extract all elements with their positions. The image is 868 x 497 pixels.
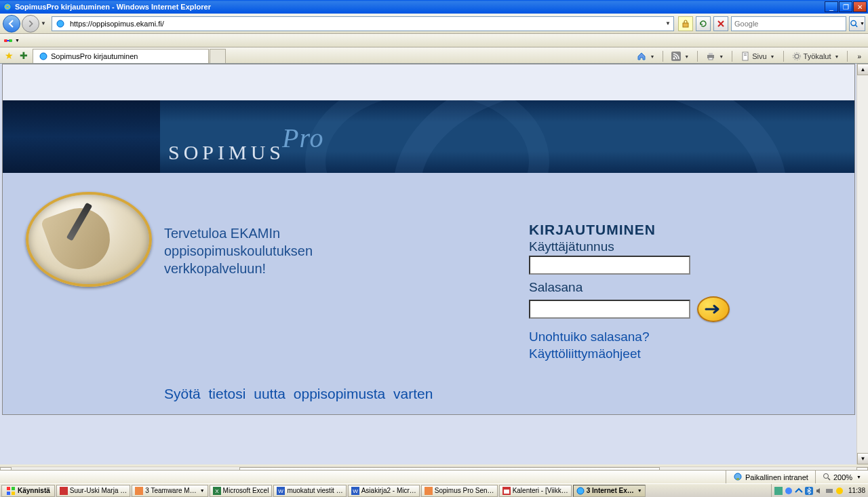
- taskbar-item[interactable]: Wmuokatut viestit …: [273, 485, 346, 497]
- address-input[interactable]: [68, 20, 663, 28]
- tray-icon[interactable]: [774, 487, 783, 495]
- svg-rect-37: [774, 487, 783, 495]
- address-dropdown[interactable]: ▼: [663, 20, 673, 26]
- favorites-star-icon[interactable]: ★: [3, 49, 15, 62]
- password-input[interactable]: [529, 300, 690, 319]
- svg-text:X: X: [215, 488, 219, 494]
- svg-point-20: [823, 473, 828, 478]
- search-input[interactable]: [732, 20, 846, 28]
- ssl-lock-icon[interactable]: [678, 16, 693, 31]
- taskbar-item-active[interactable]: 3 Internet Ex…▼: [573, 485, 646, 497]
- forgot-password-link[interactable]: Unohtuiko salasana?: [529, 329, 753, 346]
- print-icon: [706, 52, 715, 61]
- security-zone[interactable]: Paikallinen intranet: [726, 471, 815, 483]
- zoom-control[interactable]: 200% ▼: [815, 471, 868, 483]
- tools-menu[interactable]: Työkalut▼: [792, 52, 840, 61]
- svg-rect-23: [7, 492, 10, 495]
- scroll-down-button[interactable]: ▼: [857, 453, 868, 464]
- bluetooth-icon[interactable]: [805, 487, 813, 495]
- links-dropdown[interactable]: ▼: [15, 38, 20, 43]
- password-label: Salasana: [529, 280, 753, 295]
- site-banner: SOPIMUSPro: [2, 100, 855, 173]
- ie-icon: [576, 487, 585, 495]
- svg-text:W: W: [353, 488, 358, 494]
- app-icon: [135, 487, 143, 495]
- clock[interactable]: 11:38: [848, 487, 865, 494]
- gear-icon: [792, 52, 802, 61]
- address-bar[interactable]: ▼: [52, 16, 674, 31]
- nav-history-dropdown[interactable]: ▼: [41, 20, 46, 26]
- svg-rect-33: [425, 487, 433, 495]
- system-tray[interactable]: 11:38: [771, 484, 868, 497]
- tray-icon[interactable]: [795, 487, 803, 495]
- feeds-button[interactable]: ▼: [671, 52, 689, 61]
- new-contract-link[interactable]: Syötä tietosi uutta oppisopimusta varten: [164, 386, 433, 402]
- ie-icon: [3, 2, 12, 12]
- ui-help-link[interactable]: Käyttöliittymäohjeet: [529, 346, 753, 363]
- scroll-up-button[interactable]: ▲: [857, 64, 868, 75]
- zoom-icon: [823, 473, 831, 482]
- brand-logo: SOPIMUSPro: [168, 134, 324, 166]
- decorative-medallion: [26, 192, 152, 287]
- add-favorites-icon[interactable]: ✚: [18, 49, 30, 62]
- intranet-icon: [733, 472, 743, 483]
- tab-bar: ★ ✚ SopimusPro kirjautuminen ▼ ▼ ▼ Sivu▼…: [0, 47, 868, 64]
- login-panel: Tervetuloa EKAMIn oppisopimuskoulutuksen…: [2, 173, 855, 415]
- taskbar-item[interactable]: Kalenteri - [Viikk…: [499, 485, 572, 497]
- login-submit-button[interactable]: [697, 296, 730, 322]
- browser-viewport: SOPIMUSPro Tervetuloa EKAMIn oppisopimus…: [0, 64, 868, 464]
- svg-point-41: [836, 488, 843, 494]
- maximize-button[interactable]: ❐: [839, 1, 852, 12]
- vertical-scrollbar[interactable]: ▲ ▼: [856, 64, 868, 464]
- svg-rect-26: [135, 487, 143, 495]
- search-box[interactable]: [731, 16, 846, 31]
- svg-rect-24: [12, 492, 15, 495]
- tray-icon[interactable]: [785, 487, 793, 495]
- window-title: SopimusPro kirjautuminen - Windows Inter…: [15, 3, 825, 11]
- window-titlebar: SopimusPro kirjautuminen - Windows Inter…: [0, 0, 868, 14]
- app-icon: [425, 487, 433, 495]
- calendar-icon: [502, 487, 511, 495]
- page-menu[interactable]: Sivu▼: [741, 52, 774, 61]
- volume-icon[interactable]: [815, 487, 823, 495]
- taskbar-item[interactable]: 3 Teamware M…▼: [132, 485, 208, 497]
- svg-rect-40: [826, 489, 833, 493]
- tray-icon[interactable]: [835, 487, 844, 495]
- browser-tab[interactable]: SopimusPro kirjautuminen: [33, 49, 209, 63]
- home-button[interactable]: ▼: [637, 52, 654, 61]
- search-button[interactable]: ▼: [849, 16, 865, 31]
- svg-rect-13: [743, 52, 748, 60]
- svg-rect-21: [7, 487, 10, 490]
- tray-icon[interactable]: [825, 487, 833, 495]
- windows-taskbar: Käynnistä Suur-Uski Marja … 3 Teamware M…: [0, 483, 868, 497]
- svg-point-9: [673, 58, 675, 60]
- taskbar-item[interactable]: XMicrosoft Excel: [210, 485, 273, 497]
- svg-rect-19: [736, 478, 739, 480]
- svg-rect-22: [12, 487, 15, 490]
- page-icon: [741, 52, 750, 61]
- svg-rect-14: [744, 54, 747, 54]
- svg-point-38: [785, 488, 792, 494]
- word-icon: W: [277, 487, 285, 495]
- toolbar-overflow[interactable]: »: [857, 53, 861, 60]
- svg-rect-11: [709, 53, 713, 55]
- login-heading: KIRJAUTUMINEN: [529, 222, 753, 238]
- links-icon[interactable]: [3, 35, 14, 46]
- taskbar-item[interactable]: Sopimus Pro Sen…: [421, 485, 498, 497]
- status-bar: Paikallinen intranet 200% ▼: [0, 470, 868, 483]
- minimize-button[interactable]: _: [825, 1, 838, 12]
- username-input[interactable]: [529, 256, 690, 275]
- new-tab-button[interactable]: [210, 49, 226, 63]
- refresh-button[interactable]: [696, 16, 711, 31]
- print-button[interactable]: ▼: [706, 52, 724, 61]
- forward-button[interactable]: [22, 15, 39, 33]
- app-icon: [60, 487, 68, 495]
- svg-rect-15: [744, 55, 747, 56]
- back-button[interactable]: [3, 15, 20, 33]
- stop-button[interactable]: [713, 16, 728, 31]
- taskbar-item[interactable]: WAsiakirja2 - Micr…: [348, 485, 420, 497]
- close-button[interactable]: ✕: [853, 1, 867, 12]
- taskbar-item[interactable]: Suur-Uski Marja …: [56, 485, 130, 497]
- start-button[interactable]: Käynnistä: [1, 485, 55, 497]
- svg-rect-35: [504, 490, 509, 494]
